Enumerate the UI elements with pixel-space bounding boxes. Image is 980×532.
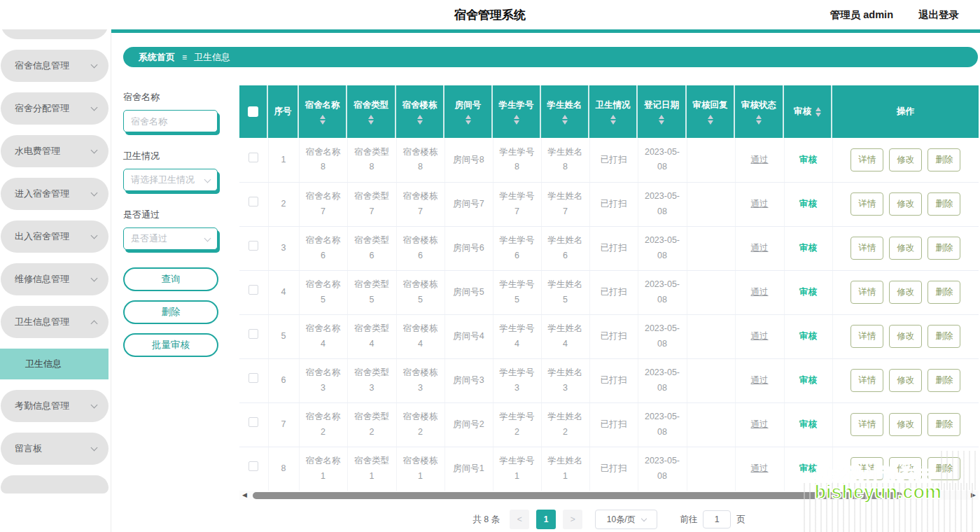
detail-button[interactable]: 详情 (850, 369, 883, 392)
cell-value: 学生姓名7 (548, 191, 583, 216)
delete-row-button[interactable]: 删除 (927, 325, 960, 348)
cell-date: 2023-05-08 (638, 358, 687, 402)
goto-page-input[interactable] (703, 510, 731, 528)
detail-button[interactable]: 详情 (850, 413, 883, 436)
sidebar-item-考勤信息管理[interactable]: 考勤信息管理 (1, 390, 108, 422)
header-accent-strip (0, 29, 980, 33)
delete-row-button[interactable]: 删除 (927, 281, 960, 304)
sidebar-item-宿舍分配管理[interactable]: 宿舍分配管理 (1, 92, 108, 125)
cell-value: 学生姓名1 (548, 456, 583, 480)
edit-button[interactable]: 修改 (889, 148, 922, 172)
sidebar-item-进入宿舍管理[interactable]: 进入宿舍管理 (1, 178, 108, 210)
edit-button[interactable]: 修改 (889, 369, 922, 392)
row-checkbox[interactable] (248, 461, 258, 471)
page-size-select[interactable]: 10条/页 (595, 510, 657, 529)
sidebar-item-label: 出入宿舍管理 (15, 230, 69, 243)
decorative-hatch (941, 451, 980, 490)
page-number-button[interactable]: 1 (536, 510, 556, 529)
cell-date: 2023-05-08 (638, 226, 687, 270)
cell-student_no: 学生学号7 (493, 182, 541, 226)
next-page-button[interactable]: > (563, 510, 582, 529)
watermark: 更多设计请关注 bisheyun.com (814, 465, 941, 503)
pass-select[interactable]: 是否通过 (123, 227, 218, 250)
search-button[interactable]: 查询 (123, 267, 218, 291)
detail-button[interactable]: 详情 (850, 237, 883, 260)
cell-seq: 2 (268, 182, 299, 226)
sidebar-item-留言板[interactable]: 留言板 (1, 433, 108, 465)
logout-link[interactable]: 退出登录 (918, 8, 959, 22)
cell-value: 学生学号5 (500, 279, 535, 304)
review-link[interactable]: 审核 (799, 375, 817, 385)
select-all-checkbox[interactable] (248, 106, 258, 117)
cell-student_no: 学生学号3 (493, 358, 541, 402)
sort-icon[interactable] (708, 115, 713, 125)
edit-button[interactable]: 修改 (889, 281, 922, 304)
delete-row-button[interactable]: 删除 (927, 413, 960, 436)
row-checkbox[interactable] (248, 153, 258, 162)
row-checkbox[interactable] (248, 417, 258, 427)
batch-review-button[interactable]: 批量审核 (123, 333, 218, 357)
edit-button[interactable]: 修改 (889, 325, 922, 348)
cell-value: 通过 (751, 463, 769, 473)
row-checkbox[interactable] (248, 329, 258, 339)
row-checkbox[interactable] (248, 197, 258, 206)
sidebar: 宿舍信息管理宿舍分配管理水电费管理进入宿舍管理出入宿舍管理维修信息管理卫生信息管… (0, 20, 111, 532)
sort-icon[interactable] (756, 115, 762, 125)
scroll-left-icon[interactable]: ◀ (239, 491, 250, 500)
sort-icon[interactable] (610, 115, 616, 125)
detail-button[interactable]: 详情 (850, 192, 883, 216)
breadcrumb-home[interactable]: 系统首页 (139, 51, 175, 64)
detail-button[interactable]: 详情 (850, 148, 883, 172)
cell-student_name: 学生姓名8 (541, 138, 589, 182)
review-link[interactable]: 审核 (799, 287, 817, 297)
chevron-down-icon (204, 234, 211, 241)
cell-value: 房间号1 (453, 463, 484, 473)
sidebar-item-卫生信息管理[interactable]: 卫生信息管理 (1, 306, 108, 338)
hygiene-select[interactable]: 请选择卫生情况 (123, 169, 218, 191)
cell-building: 宿舍楼栋6 (396, 226, 444, 270)
sort-icon[interactable] (368, 115, 374, 125)
cell-reply (687, 358, 735, 402)
sidebar-item-水电费管理[interactable]: 水电费管理 (1, 135, 108, 167)
sort-icon[interactable] (514, 115, 519, 125)
edit-button[interactable]: 修改 (889, 413, 922, 436)
detail-button[interactable]: 详情 (850, 325, 883, 348)
cell-type: 宿舍类型2 (347, 402, 396, 447)
delete-row-button[interactable]: 删除 (927, 369, 960, 392)
delete-row-button[interactable]: 删除 (927, 237, 960, 260)
edit-button[interactable]: 修改 (889, 237, 922, 260)
delete-row-button[interactable]: 删除 (927, 148, 960, 172)
delete-row-button[interactable]: 删除 (927, 192, 960, 216)
review-link[interactable]: 审核 (799, 155, 817, 164)
sort-icon[interactable] (320, 115, 326, 125)
column-header-序号: 序号 (268, 85, 299, 138)
sort-icon[interactable] (562, 115, 568, 125)
chevron-down-icon (91, 62, 98, 69)
cell-value: 已打扫 (601, 243, 627, 253)
review-link[interactable]: 审核 (799, 243, 817, 253)
delete-button[interactable]: 删除 (123, 300, 218, 324)
row-checkbox[interactable] (248, 241, 258, 251)
sidebar-item-维修信息管理[interactable]: 维修信息管理 (1, 263, 108, 295)
cell-room: 房间号6 (444, 226, 493, 270)
detail-button[interactable]: 详情 (850, 281, 883, 304)
prev-page-button[interactable]: < (510, 510, 529, 529)
sidebar-item-partial-bottom[interactable] (1, 475, 108, 493)
dorm-name-input[interactable] (123, 110, 218, 132)
row-checkbox[interactable] (248, 285, 258, 295)
sidebar-item-宿舍信息管理[interactable]: 宿舍信息管理 (1, 50, 108, 82)
row-checkbox[interactable] (248, 373, 258, 383)
sidebar-subitem-卫生信息[interactable]: 卫生信息 (0, 349, 108, 379)
review-link[interactable]: 审核 (799, 331, 817, 341)
review-link[interactable]: 审核 (799, 199, 817, 209)
sort-icon[interactable] (816, 107, 821, 117)
cell-reply (687, 138, 735, 182)
sort-icon[interactable] (659, 115, 664, 125)
review-link[interactable]: 审核 (799, 419, 817, 429)
sidebar-item-出入宿舍管理[interactable]: 出入宿舍管理 (1, 220, 108, 253)
column-label: 登记日期 (644, 99, 679, 111)
sort-icon[interactable] (465, 115, 471, 125)
sort-icon[interactable] (417, 115, 423, 125)
cell-review: 审核 (784, 182, 832, 226)
edit-button[interactable]: 修改 (889, 192, 922, 216)
